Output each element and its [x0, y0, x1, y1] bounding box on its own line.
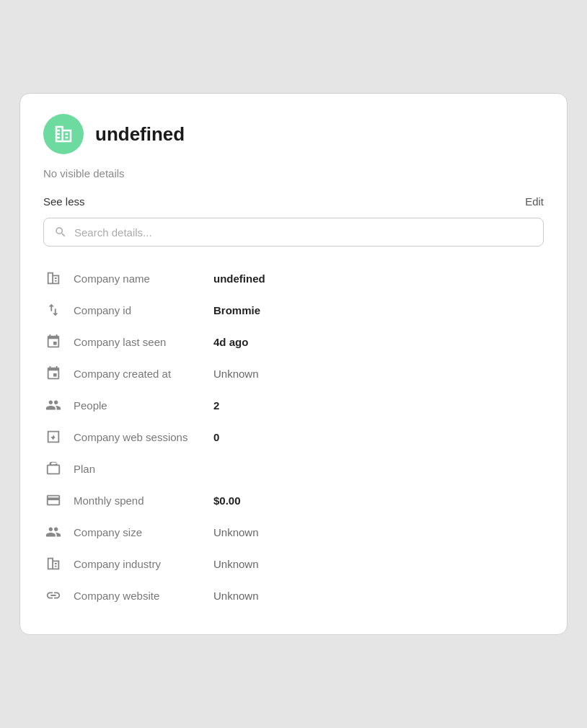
company-id-label: Company id	[74, 304, 203, 316]
company-name-label: Company name	[74, 272, 203, 285]
company-industry-label: Company industry	[74, 558, 203, 570]
detail-row-people: People 2	[43, 389, 544, 421]
arrows-icon	[43, 302, 63, 318]
detail-row-company-website: Company website Unknown	[43, 580, 544, 611]
detail-row-company-id: Company id Brommie	[43, 294, 544, 326]
search-icon	[54, 226, 67, 239]
web-sessions-value: 0	[213, 431, 219, 443]
web-sessions-label: Company web sessions	[74, 431, 203, 443]
detail-row-company-industry: Company industry Unknown	[43, 548, 544, 580]
search-box	[43, 218, 544, 247]
company-size-label: Company size	[74, 526, 203, 538]
detail-row-plan: Plan	[43, 453, 544, 484]
detail-row-web-sessions: Company web sessions 0	[43, 421, 544, 453]
actions-row: See less Edit	[43, 195, 544, 208]
people-icon-2	[43, 524, 63, 540]
company-card: undefined No visible details See less Ed…	[19, 93, 568, 635]
search-input[interactable]	[74, 226, 533, 239]
building-icon-2	[43, 556, 63, 572]
card-icon	[43, 492, 63, 508]
edit-button[interactable]: Edit	[525, 195, 544, 208]
calendar-icon-2	[43, 365, 63, 381]
detail-row-company-created-at: Company created at Unknown	[43, 358, 544, 389]
company-created-at-label: Company created at	[74, 368, 203, 380]
company-last-seen-label: Company last seen	[74, 336, 203, 348]
detail-row-company-name: Company name undefined	[43, 262, 544, 294]
company-created-at-value: Unknown	[213, 368, 259, 380]
people-value: 2	[213, 399, 219, 412]
see-less-button[interactable]: See less	[43, 195, 85, 208]
calendar-icon-1	[43, 334, 63, 350]
monthly-spend-value: $0.00	[213, 494, 241, 507]
card-header: undefined	[43, 114, 544, 154]
company-last-seen-value: 4d ago	[213, 336, 248, 348]
company-title: undefined	[95, 123, 185, 146]
company-website-value: Unknown	[213, 590, 259, 602]
monthly-spend-label: Monthly spend	[74, 494, 203, 507]
building-icon	[43, 270, 63, 286]
detail-row-monthly-spend: Monthly spend $0.00	[43, 484, 544, 516]
detail-row-company-size: Company size Unknown	[43, 516, 544, 548]
people-icon-1	[43, 397, 63, 413]
no-details-text: No visible details	[43, 167, 544, 179]
company-website-label: Company website	[74, 590, 203, 602]
company-name-value: undefined	[213, 272, 265, 285]
people-label: People	[74, 399, 203, 412]
link-icon	[43, 587, 63, 603]
plan-label: Plan	[74, 463, 203, 475]
building-avatar-icon	[53, 123, 74, 145]
company-avatar	[43, 114, 84, 154]
chart-icon	[43, 429, 63, 445]
company-industry-value: Unknown	[213, 558, 259, 570]
detail-row-company-last-seen: Company last seen 4d ago	[43, 326, 544, 358]
briefcase-icon	[43, 461, 63, 476]
details-list: Company name undefined Company id Brommi…	[43, 262, 544, 611]
company-size-value: Unknown	[213, 526, 259, 538]
company-id-value: Brommie	[213, 304, 260, 316]
